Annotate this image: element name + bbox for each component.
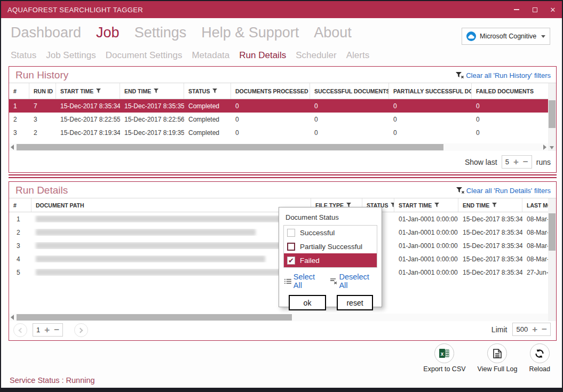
cell-num: 4 (9, 255, 31, 263)
splitter-bar (9, 174, 557, 175)
decrement-button[interactable]: − (523, 157, 528, 166)
minimize-button[interactable] (508, 1, 526, 18)
nav-job[interactable]: Job (96, 25, 120, 41)
col-header-last-modified[interactable]: LAST MODIFIED (522, 198, 548, 212)
scrollbar-thumb[interactable] (549, 213, 556, 251)
cell-successful: 0 (310, 102, 389, 110)
table-row[interactable]: 1 7 15-Dec-2017 8:35:34 15-Dec-2017 8:35… (9, 99, 548, 113)
cell-start: 01-Jan-0001 0:00:00 (394, 255, 458, 263)
tab-job-settings[interactable]: Job Settings (46, 50, 96, 61)
cell-start: 01-Jan-0001 0:00:00 (394, 215, 458, 223)
tab-document-settings[interactable]: Document Settings (106, 50, 183, 61)
run-details-header: Run Details Clear all 'Run Details' filt… (9, 182, 556, 198)
clear-run-details-filters-link[interactable]: Clear all 'Run Details' filters (456, 187, 551, 195)
cell-run-id: 3 (29, 116, 56, 123)
option-failed[interactable]: ✔ Failed (284, 253, 377, 267)
next-page-button[interactable] (74, 323, 88, 337)
excel-icon: x (434, 343, 454, 363)
option-label: Successful (300, 229, 335, 237)
cell-run-id: 7 (29, 102, 56, 110)
cell-partial: 0 (389, 129, 472, 137)
maximize-button[interactable] (526, 1, 544, 18)
panel-splitter[interactable] (9, 174, 557, 179)
decrement-button[interactable]: − (54, 325, 59, 334)
close-button[interactable]: ✕ (544, 1, 562, 18)
col-header-end-time[interactable]: END TIME (458, 198, 522, 212)
select-all-link[interactable]: Select All (284, 273, 323, 290)
cell-num: 5 (9, 269, 31, 276)
col-header-start-time[interactable]: START TIME (56, 83, 120, 99)
scrollbar-thumb[interactable] (549, 100, 556, 128)
document-icon (487, 343, 507, 363)
previous-page-button[interactable] (13, 323, 27, 337)
deselect-all-link[interactable]: Deselect All (330, 273, 376, 290)
tab-scheduler[interactable]: Scheduler (296, 50, 337, 61)
tab-metadata[interactable]: Metadata (192, 50, 229, 61)
popup-buttons: ok reset (283, 295, 377, 310)
limit-value: 500 (516, 325, 528, 333)
table-row[interactable]: 2 3 15-Dec-2017 8:22:55 15-Dec-2017 8:22… (9, 113, 548, 126)
app-window: AQUAFOREST SEARCHLIGHT TAGGER ✕ Dashboar… (0, 0, 563, 392)
cell-document-path-redacted (31, 215, 311, 222)
col-header-status[interactable]: STATUS (184, 83, 231, 99)
scrollbar-thumb[interactable] (17, 144, 443, 150)
increment-button[interactable]: + (513, 157, 519, 166)
window-controls: ✕ (508, 1, 562, 18)
sub-nav: Status Job Settings Document Settings Me… (11, 50, 369, 61)
cell-failed: 0 (472, 116, 543, 123)
scroll-left-arrow[interactable] (11, 315, 14, 320)
export-to-csv-button[interactable]: x Export to CSV (423, 343, 465, 373)
reload-button[interactable]: Reload (529, 343, 550, 373)
scroll-down-arrow[interactable] (550, 146, 554, 149)
col-header-start-time[interactable]: START TIME (394, 198, 458, 212)
cell-start: 01-Jan-0001 0:00:00 (394, 269, 458, 276)
engine-dropdown[interactable]: Microsoft Cognitive (462, 28, 550, 45)
splitter-bar (9, 177, 557, 178)
tab-status[interactable]: Status (11, 50, 36, 61)
increment-button[interactable]: + (532, 325, 537, 334)
cell-end: 15-Dec-2017 8:35:34 (458, 215, 522, 223)
decrement-button[interactable]: − (542, 325, 547, 334)
page-spinner[interactable]: 1 + − (33, 323, 63, 337)
run-details-vscrollbar (548, 198, 556, 321)
nav-settings[interactable]: Settings (134, 25, 187, 41)
scroll-left-arrow[interactable] (11, 145, 14, 150)
scrollbar-thumb[interactable] (17, 314, 292, 321)
cell-end: 15-Dec-2017 8:35:34 (458, 269, 522, 276)
option-successful[interactable]: Successful (284, 226, 377, 239)
nav-help-support[interactable]: Help & Support (201, 25, 299, 41)
checkbox-checked[interactable]: ✔ (287, 257, 295, 265)
checkbox-unchecked[interactable] (287, 243, 295, 251)
cell-end: 15-Dec-2017 8:35:35 (120, 102, 184, 110)
main-nav: Dashboard Job Settings Help & Support Ab… (11, 25, 352, 41)
option-partially-successful[interactable]: Partially Successful (284, 239, 377, 253)
nav-about[interactable]: About (314, 25, 352, 41)
cell-last-modified: 27-Jun-2 (522, 269, 548, 276)
refresh-icon (530, 343, 550, 363)
show-last-spinner[interactable]: 5 + − (502, 155, 532, 169)
tab-run-details[interactable]: Run Details (239, 50, 286, 61)
col-header-documents-processed: DOCUMENTS PROCESSED (231, 83, 310, 99)
col-header-end-time[interactable]: END TIME (120, 83, 184, 99)
run-history-panel: Run History Clear all 'Run History' filt… (9, 66, 557, 173)
increment-button[interactable]: + (44, 325, 50, 334)
col-header-num: # (9, 83, 29, 99)
cell-last-modified: 08-Mar-2 (522, 242, 548, 250)
tab-alerts[interactable]: Alerts (346, 50, 369, 61)
cell-successful: 0 (310, 116, 389, 123)
reset-button[interactable]: reset (337, 295, 373, 310)
deselect-all-label: Deselect All (339, 273, 376, 290)
limit-spinner[interactable]: 500 + − (512, 323, 551, 336)
show-last-runs-control: Show last 5 + − runs (465, 155, 551, 169)
clear-run-history-filters-link[interactable]: Clear all 'Run History' filters (456, 71, 551, 79)
filter-icon (154, 89, 158, 93)
ok-button[interactable]: ok (289, 295, 326, 310)
scroll-right-arrow[interactable] (543, 145, 546, 150)
chevron-down-icon (541, 35, 545, 38)
chevron-left-icon (19, 327, 24, 333)
table-row[interactable]: 4 1 15-Dec-2017 8:17:47 15-Dec-2017 8:19… (9, 139, 548, 143)
view-full-log-button[interactable]: View Full Log (478, 343, 518, 373)
nav-dashboard[interactable]: Dashboard (11, 25, 81, 41)
checkbox-unchecked[interactable] (287, 229, 295, 237)
table-row[interactable]: 3 2 15-Dec-2017 8:19:34 15-Dec-2017 8:19… (9, 126, 548, 139)
